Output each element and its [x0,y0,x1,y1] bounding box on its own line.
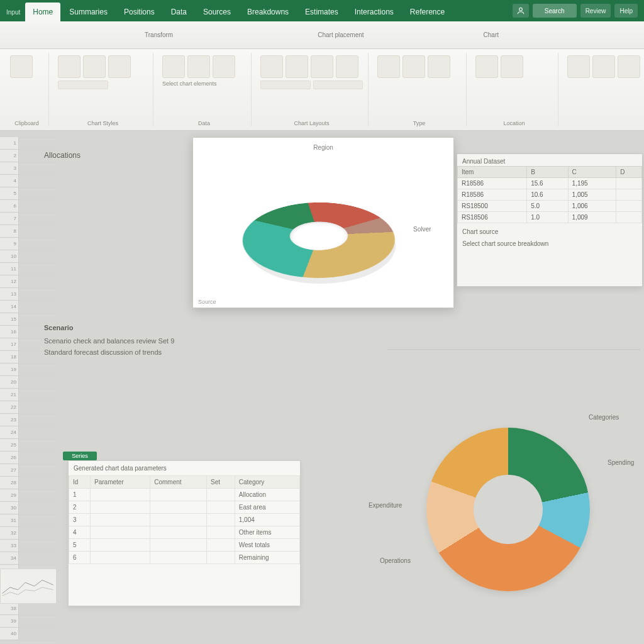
loc-2[interactable] [501,55,523,78]
group-styles-label: Chart Styles [53,120,153,126]
table-row: RS185005.01,006 [458,201,642,212]
sublabel-1: Transform [145,31,173,38]
summary-line-2: Standard forecast discussion of trends [44,347,389,358]
search-box[interactable]: Search [533,4,577,18]
tab-interactions[interactable]: Interactions [347,3,401,21]
group-layouts-label: Chart Layouts [255,120,368,126]
legend-left: Expenditure [369,502,402,509]
table-row: 4Other items [69,526,300,539]
layout-4[interactable] [336,55,358,78]
table-row: 2East area [69,501,300,514]
tab-mini-input[interactable]: Input [3,3,24,21]
panel-table: Item B C D R1858615.61,195 R1858610.61,0… [457,166,642,223]
tab-positions[interactable]: Positions [116,3,162,21]
series-tag[interactable]: Series [63,452,97,460]
table-row: 31,004 [69,514,300,526]
chart-region-pie[interactable]: Region Solver Source [192,137,454,308]
t2-th-3[interactable]: Set [207,476,235,489]
legend-right: Spending [608,459,634,466]
extra-1[interactable] [567,55,590,78]
data-panel: Annual Dataset Item B C D R1858615.61,19… [457,153,643,287]
tab-summaries[interactable]: Summaries [62,3,115,21]
table-row: RS185061.01,009 [458,212,642,223]
table-row: R1858610.61,005 [458,189,642,201]
table-row: R1858615.61,195 [458,178,642,189]
ribbon-mid-caption: Select chart elements [162,80,246,87]
data-btn-1[interactable] [162,55,185,78]
panel-th-0[interactable]: Item [458,167,527,178]
sublabel-3: Chart [484,31,499,38]
ribbon-tabstrip: Input Home Summaries Positions Data Sour… [0,0,644,21]
table-row: 6Remaining [69,552,300,564]
style-more[interactable] [58,80,108,89]
paste-button[interactable] [10,55,33,78]
panel-th-3[interactable]: D [616,167,642,178]
tbl2-caption: Generated chart data parameters [69,461,300,475]
parameters-table: Generated chart data parameters Id Param… [68,460,301,606]
t2-th-1[interactable]: Parameter [91,476,150,489]
t2-th-4[interactable]: Category [235,476,299,489]
panel-th-1[interactable]: B [527,167,568,178]
legend-bottom: Operations [380,557,411,564]
legend-top: Categories [589,414,619,421]
layout-1[interactable] [260,55,283,78]
ribbon-body: Clipboard Chart Styles Select chart elem… [0,49,644,131]
tab-reference[interactable]: Reference [402,3,452,21]
data-btn-3[interactable] [213,55,235,78]
summary-line-1: Scenario check and balances review Set 9 [44,335,389,347]
style-2[interactable] [83,55,106,78]
sparkline-thumbnail[interactable] [0,569,57,604]
chart-categories-donut[interactable]: Categories Spending Expenditure Operatio… [387,402,639,629]
svg-point-0 [519,8,522,11]
panel-heading: Annual Dataset [457,154,642,166]
move-chart[interactable] [475,55,498,78]
tab-home[interactable]: Home [25,3,60,21]
style-1[interactable] [58,55,80,78]
donut2-body[interactable] [426,428,590,591]
summary-heading: Scenario [44,324,389,331]
tab-data[interactable]: Data [164,3,194,21]
panel-footer: Select chart source breakdown [457,236,642,251]
type-2[interactable] [402,55,425,78]
t2-th-2[interactable]: Comment [150,476,207,489]
group-type-label: Type [372,120,466,126]
data-btn-2[interactable] [187,55,210,78]
group-location-label: Location [470,120,558,126]
extra-2[interactable] [592,55,615,78]
tab-estimates[interactable]: Estimates [297,3,346,21]
type-1[interactable] [377,55,400,78]
review-button[interactable]: Review [580,4,611,18]
panel-section: Chart source [457,223,642,236]
summary-block: Scenario Scenario check and balances rev… [44,324,389,358]
help-button[interactable]: Help [614,4,638,18]
layout-2[interactable] [286,55,308,78]
table-row: 1Allocation [69,489,300,501]
t2-th-0[interactable]: Id [69,476,91,489]
style-3[interactable] [108,55,131,78]
pie3d-body[interactable] [240,198,416,286]
chart1-caption: Source [198,299,216,305]
chart1-label-right: Solver [413,226,431,233]
tab-breakdowns[interactable]: Breakdowns [240,3,296,21]
group-data-label: Data [157,120,251,126]
group-clipboard-label: Clipboard [5,120,48,126]
layout-more[interactable] [260,80,311,89]
tab-sources[interactable]: Sources [196,3,238,21]
table-row: 5West totals [69,539,300,552]
ribbon-sublabels: Transform Chart placement Chart [0,21,644,49]
chart1-title: Region [193,144,453,151]
layout-3[interactable] [311,55,333,78]
section-title: Allocations [44,151,80,160]
sublabel-2: Chart placement [318,31,364,38]
extra-3[interactable] [618,55,640,78]
type-3[interactable] [428,55,450,78]
panel-th-2[interactable]: C [568,167,616,178]
user-icon[interactable] [513,4,529,18]
layout-more-2[interactable] [313,80,364,89]
divider [387,349,640,350]
